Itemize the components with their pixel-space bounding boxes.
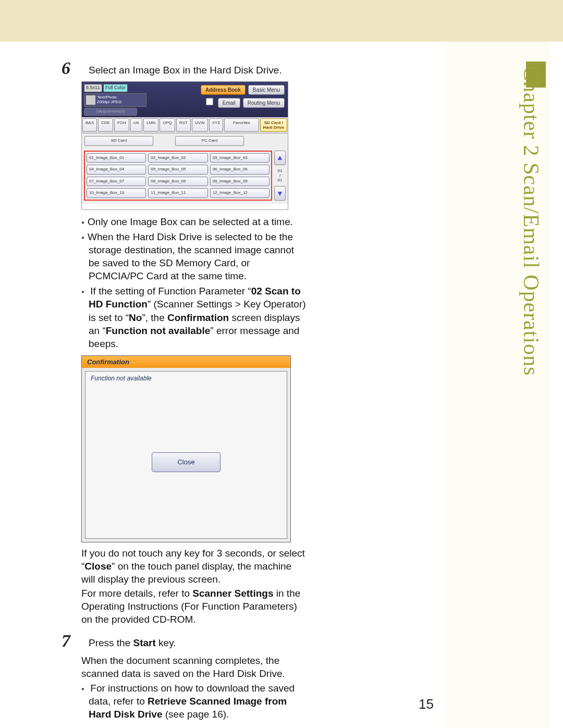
tab-opq[interactable]: OPQ [160, 118, 175, 132]
tab-active-l1: SD Card / [264, 120, 283, 125]
image-box-body: 01_Image_Box_01 02_Image_Box_02 03_Image… [82, 149, 288, 204]
step-7-notes: For instructions on how to download the … [81, 682, 307, 721]
tab-cde[interactable]: CDE [98, 118, 113, 132]
image-box-02[interactable]: 02_Image_Box_02 [148, 153, 207, 163]
note-exclusive-destination: When the Hard Disk Drive is selected to … [81, 230, 307, 282]
tab-xyz[interactable]: XYZ [209, 118, 224, 132]
scroll-up-button[interactable]: ▲ [274, 151, 286, 165]
tab-lmn[interactable]: LMN [143, 118, 158, 132]
touch-panel-image-box: 8.5x11 Full Color Text/Photo 200dpi JPEG… [81, 81, 288, 210]
step-7-body: When the document scanning completes, th… [81, 654, 307, 680]
sd-card-button[interactable]: SD Card [84, 136, 153, 146]
image-box-06[interactable]: 06_Image_Box_06 [210, 165, 270, 175]
tab-favorites[interactable]: Favorites [224, 118, 259, 132]
card-selector-row: SD Card PC Card [82, 133, 288, 149]
image-box-01[interactable]: 01_Image_Box_01 [87, 153, 146, 163]
tab-fgh[interactable]: FGH [114, 118, 129, 132]
post-dialog-p1: If you do not touch any key for 3 second… [81, 547, 307, 586]
tab-rst[interactable]: RST [176, 118, 191, 132]
step-6: 6 Select an Image Box in the Hard Disk D… [62, 61, 307, 77]
top-banner [0, 0, 563, 42]
image-box-10[interactable]: 10_Image_Box_10 [87, 188, 146, 198]
panel-header: 8.5x11 Full Color Text/Photo 200dpi JPEG… [82, 82, 288, 117]
dialog-message: Function not available [85, 372, 287, 386]
pc-card-button[interactable]: PC Card [175, 136, 244, 146]
image-box-11[interactable]: 11_Image_Box_11 [148, 188, 207, 198]
close-button[interactable]: Close [152, 452, 221, 472]
step-6-text: Select an Image Box in the Hard Disk Dri… [89, 61, 307, 77]
note-download-ref: For instructions on how to download the … [81, 682, 307, 721]
info-line2: 200dpi JPEG [97, 100, 121, 104]
panel-scan-info: Text/Photo 200dpi JPEG [84, 93, 146, 107]
step-7: 7 Press the Start key. [62, 634, 307, 650]
image-box-08[interactable]: 08_Image_Box_08 [148, 177, 207, 187]
dialog-title: Confirmation [82, 356, 290, 368]
step-7-number: 7 [62, 632, 89, 650]
page-indicator: 01/01 [278, 168, 283, 182]
image-box-04[interactable]: 04_Image_Box_04 [87, 165, 146, 175]
email-button[interactable]: Email [218, 98, 240, 108]
image-box-07[interactable]: 07_Image_Box_07 [87, 177, 146, 187]
scroll-column: ▲ 01/01 ▼ [274, 151, 286, 201]
dialog-body: Function not available Close [85, 371, 287, 539]
address-book-button[interactable]: Address Book [201, 85, 246, 95]
post-dialog-text: If you do not touch any key for 3 second… [81, 547, 307, 626]
page-number: 15 [419, 696, 434, 712]
step-7-text: Press the Start key. [89, 634, 307, 649]
info-line1: Text/Photo [97, 95, 121, 100]
chip-color-mode: Full Color [103, 84, 128, 92]
tab-active-l2: Hard Drive [263, 125, 284, 130]
basic-menu-button[interactable]: Basic Menu [248, 85, 285, 95]
image-box-grid: 01_Image_Box_01 02_Image_Box_02 03_Image… [84, 151, 272, 201]
routing-menu-button[interactable]: Routing Menu [243, 98, 285, 108]
document-icon [85, 95, 96, 105]
email-icon [206, 98, 213, 105]
chapter-heading: Chapter 2 Scan/Email Operations [519, 66, 544, 376]
chip-paper-size: 8.5x11 [84, 84, 102, 92]
scroll-down-button[interactable]: ▼ [274, 186, 286, 201]
post-dialog-p2: For more details, refer to Scanner Setti… [81, 587, 307, 626]
confirmation-dialog: Confirmation Function not available Clos… [81, 355, 291, 542]
alpha-tabs: BAS CDE FGH IJK LMN OPQ RST UVW XYZ Favo… [82, 117, 288, 133]
adjustment-slot: SAdjustment(0) [84, 108, 137, 116]
step-6-number: 6 [62, 59, 89, 77]
image-box-12[interactable]: 12_Image_Box_12 [210, 188, 270, 198]
image-box-09[interactable]: 09_Image_Box_09 [210, 177, 270, 187]
note-function-parameter: If the setting of Function Parameter “02… [81, 285, 307, 350]
note-one-box: Only one Image Box can be selected at a … [81, 215, 307, 228]
tab-ijk[interactable]: IJK [130, 118, 143, 132]
tab-bas[interactable]: BAS [82, 118, 97, 132]
panel-header-left: 8.5x11 Full Color Text/Photo 200dpi JPEG… [84, 84, 146, 115]
step-6-notes: Only one Image Box can be selected at a … [81, 215, 307, 350]
tab-sd-hard-drive[interactable]: SD Card / Hard Drive [260, 118, 287, 132]
image-box-03[interactable]: 03_Image_Box_03 [210, 153, 270, 163]
step-7-p1: When the document scanning completes, th… [81, 654, 307, 680]
panel-header-right: Address Book Basic Menu Email Routing Me… [146, 84, 286, 115]
image-box-05[interactable]: 05_Image_Box_05 [148, 165, 207, 175]
tab-uvw[interactable]: UVW [192, 118, 208, 132]
content-column: 6 Select an Image Box in the Hard Disk D… [62, 61, 307, 723]
page: Chapter 2 Scan/Email Operations 6 Select… [0, 0, 563, 728]
